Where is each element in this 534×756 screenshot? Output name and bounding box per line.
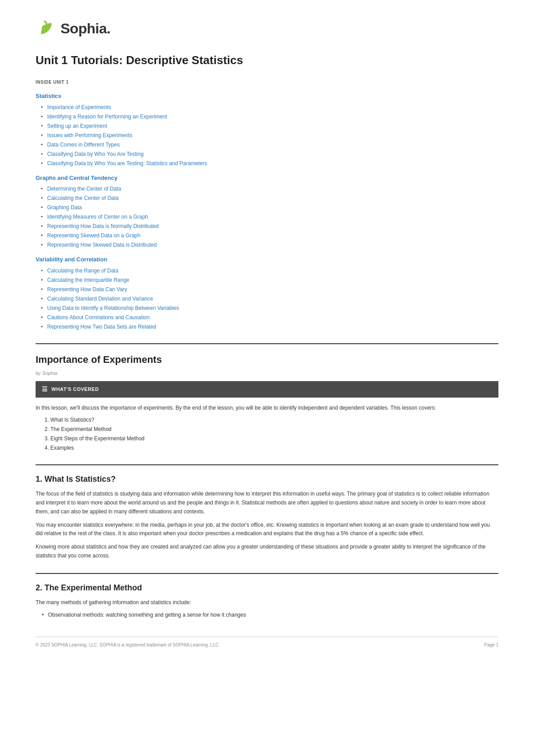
toc-item[interactable]: Representing How Two Data Sets are Relat… — [41, 323, 498, 331]
page-footer: © 2023 SOPHIA Learning, LLC. SOPHIA is a… — [36, 637, 498, 648]
toc-item[interactable]: Representing Skewed Data on a Graph — [41, 232, 498, 240]
toc-item[interactable]: Representing How Data is Normally Distri… — [41, 222, 498, 230]
toc-item[interactable]: Calculating the Center of Data — [41, 194, 498, 202]
toc-item[interactable]: Representing How Data Can Vary — [41, 285, 498, 293]
toc-item[interactable]: Calculating the Interquartile Range — [41, 276, 498, 284]
toc-item[interactable]: Calculating the Range of Data — [41, 267, 498, 275]
banner-text: WHAT'S COVERED — [52, 386, 99, 393]
page-title: Unit 1 Tutorials: Descriptive Statistics — [36, 52, 498, 69]
toc-item[interactable]: Classifying Data by Who You Are Testing — [41, 150, 498, 158]
toc-header-variability: Variability and Correlation — [36, 255, 498, 264]
lesson-list-item: 3. Eight Steps of the Experimental Metho… — [44, 435, 498, 443]
toc-header-graphs: Graphs and Central Tendency — [36, 174, 498, 183]
section-divider-1 — [36, 343, 498, 344]
by-sophia-label: by Sophia — [36, 370, 498, 377]
what-is-statistics-para-2: You may encounter statistics everywhere:… — [36, 521, 498, 539]
importance-heading: Importance of Experiments — [36, 352, 498, 367]
section-divider-2 — [36, 464, 498, 465]
toc-item[interactable]: Identifying a Reason for Performing an E… — [41, 113, 498, 121]
logo-text: Sophia. — [61, 18, 110, 39]
inside-unit-label: INSIDE UNIT 1 — [36, 79, 498, 85]
what-is-statistics-para-1: The focus of the field of statistics is … — [36, 490, 498, 516]
lesson-list-item: 2. The Experimental Method — [44, 425, 498, 433]
toc-list-statistics: Importance of Experiments Identifying a … — [41, 103, 498, 167]
toc-list-variability: Calculating the Range of Data Calculatin… — [41, 267, 498, 331]
lesson-list-item: 1. What Is Statistics? — [44, 416, 498, 424]
toc-item[interactable]: Using Data to Identify a Relationship Be… — [41, 304, 498, 312]
lesson-intro-text: In this lesson, we'll discuss the import… — [36, 404, 498, 412]
toc-item[interactable]: Calculating Standard Deviation and Varia… — [41, 295, 498, 303]
experimental-method-list: Observational methods: watching somethin… — [42, 611, 498, 619]
toc-item[interactable]: Setting up an Experiment — [41, 122, 498, 130]
toc-item[interactable]: Classifying Data by Who You are Testing:… — [41, 159, 498, 167]
whats-covered-banner: ☰ WHAT'S COVERED — [36, 381, 498, 398]
toc-item[interactable]: Representing How Skewed Data is Distribu… — [41, 241, 498, 249]
what-is-statistics-heading: 1. What Is Statistics? — [36, 473, 498, 485]
experimental-method-intro: The many methods of gathering informatio… — [36, 598, 498, 607]
toc-item[interactable]: Identifying Measures of Center on a Grap… — [41, 213, 498, 221]
toc-item[interactable]: Data Comes in Different Types — [41, 141, 498, 149]
toc-item[interactable]: Graphing Data — [41, 203, 498, 211]
section-divider-3 — [36, 573, 498, 574]
toc-item[interactable]: Determining the Center of Data — [41, 185, 498, 193]
lesson-items-list: 1. What Is Statistics? 2. The Experiment… — [44, 416, 498, 452]
what-is-statistics-para-3: Knowing more about statistics and how th… — [36, 543, 498, 561]
list-icon: ☰ — [42, 385, 48, 394]
toc-item[interactable]: Cautions About Correlations and Causatio… — [41, 313, 498, 321]
footer-page: Page 1 — [484, 642, 498, 648]
obs-list-item: Observational methods: watching somethin… — [42, 611, 498, 619]
toc-section-graphs: Graphs and Central Tendency Determining … — [36, 174, 498, 249]
toc-section-variability: Variability and Correlation Calculating … — [36, 255, 498, 331]
toc-list-graphs: Determining the Center of Data Calculati… — [41, 185, 498, 249]
experimental-method-heading: 2. The Experimental Method — [36, 582, 498, 594]
lesson-list-item: 4. Examples — [44, 444, 498, 452]
sophia-logo-icon — [36, 18, 57, 39]
page-title-text: Unit 1 Tutorials: Descriptive Statistics — [36, 53, 243, 67]
logo-area: Sophia. — [36, 18, 498, 39]
toc-item[interactable]: Issues with Performing Experiments — [41, 131, 498, 139]
toc-section-statistics: Statistics Importance of Experiments Ide… — [36, 92, 498, 167]
footer-copyright: © 2023 SOPHIA Learning, LLC. SOPHIA is a… — [36, 642, 220, 648]
toc-item[interactable]: Importance of Experiments — [41, 103, 498, 111]
toc-header-statistics: Statistics — [36, 92, 498, 101]
